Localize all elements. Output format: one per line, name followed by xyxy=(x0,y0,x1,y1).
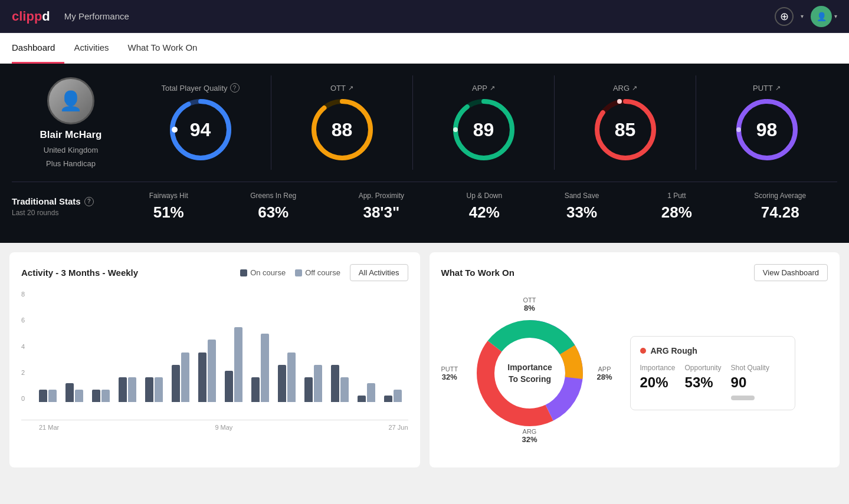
bar-group xyxy=(119,377,143,402)
ott-card: OTT ↗ 88 xyxy=(271,75,412,170)
bar-group xyxy=(384,390,408,402)
bar-on-course xyxy=(358,396,366,402)
player-row: 👤 Blair McHarg United Kingdom Plus Handi… xyxy=(12,75,837,170)
legend-dot xyxy=(240,269,247,276)
app-trend-icon: ↗ xyxy=(490,84,495,92)
stat-val: 38'3" xyxy=(359,203,404,222)
add-chevron: ▾ xyxy=(801,13,804,19)
tab-dashboard[interactable]: Dashboard xyxy=(12,33,64,64)
info-stat-val: 53% xyxy=(685,374,722,391)
y-label: 2 xyxy=(21,369,25,376)
bar-on-course xyxy=(225,371,233,402)
avatar-chevron: ▾ xyxy=(834,13,837,19)
bar-group xyxy=(304,365,329,402)
bar-on-course xyxy=(251,377,260,402)
add-button[interactable]: ⊕ xyxy=(775,7,794,26)
stat-item: App. Proximity38'3" xyxy=(359,192,404,222)
bar-off-course xyxy=(155,377,163,402)
tab-activities[interactable]: Activities xyxy=(64,33,118,64)
stat-item: 1 Putt28% xyxy=(661,192,692,222)
stat-item: Greens In Reg63% xyxy=(250,192,296,222)
traditional-stats: Traditional Stats ? Last 20 rounds Fairw… xyxy=(12,182,837,231)
header: clippd My Performance ⊕ ▾ 👤 ▾ xyxy=(0,0,849,33)
bar-group xyxy=(358,383,382,402)
info-stat: Importance20% xyxy=(640,364,676,400)
all-activities-button[interactable]: All Activities xyxy=(350,264,408,281)
ott-segment-label: OTT 8% xyxy=(523,297,536,312)
info-card-dot xyxy=(640,348,646,354)
dark-section: 👤 Blair McHarg United Kingdom Plus Handi… xyxy=(0,64,849,243)
x-label: 27 Jun xyxy=(388,424,408,431)
stat-item: Up & Down42% xyxy=(467,192,503,222)
arg-score: 85 xyxy=(593,97,658,162)
y-label: 6 xyxy=(21,317,25,324)
bar-on-course xyxy=(119,377,127,402)
putt-card: PUTT ↗ 98 xyxy=(696,75,837,170)
svg-point-18 xyxy=(500,344,559,403)
stat-val: 33% xyxy=(565,203,599,222)
bar-off-course xyxy=(314,365,322,402)
quality-bar xyxy=(731,396,755,400)
avatar: 👤 xyxy=(811,6,832,27)
svg-text:Importance: Importance xyxy=(507,363,552,372)
info-stat: Opportunity53% xyxy=(685,364,722,400)
info-stat-label: Importance xyxy=(640,364,676,372)
bar-group xyxy=(251,334,276,402)
legend-item: On course xyxy=(240,268,286,277)
info-stat-label: Opportunity xyxy=(685,364,722,372)
bar-off-course xyxy=(208,340,216,402)
stat-val: 74.28 xyxy=(754,203,806,222)
ott-score: 88 xyxy=(310,97,375,162)
bar-on-course xyxy=(172,365,180,402)
app-label: APP ↗ xyxy=(472,84,495,93)
bar-group xyxy=(172,353,196,402)
legend-item: Off course xyxy=(295,268,340,277)
total-quality-label: Total Player Quality ? xyxy=(162,83,240,93)
info-stats: Importance20%Opportunity53%Shot Quality9… xyxy=(640,364,785,400)
bar-off-course xyxy=(181,353,189,402)
player-handicap: Plus Handicap xyxy=(46,159,96,168)
putt-score: 98 xyxy=(735,97,799,162)
stat-val: 63% xyxy=(250,203,296,222)
x-labels: 21 Mar9 May27 Jun xyxy=(21,424,408,431)
y-label: 4 xyxy=(21,343,25,350)
y-label: 0 xyxy=(21,395,25,402)
y-label: 8 xyxy=(21,291,25,298)
what-to-work-on-panel: What To Work On View Dashboard Importanc xyxy=(430,252,840,467)
stat-items: Fairways Hit51%Greens In Reg63%App. Prox… xyxy=(118,192,837,222)
bar-on-course xyxy=(331,365,339,402)
header-title: My Performance xyxy=(64,11,775,21)
tab-what-to-work-on[interactable]: What To Work On xyxy=(119,33,207,64)
arg-segment-label: ARG 32% xyxy=(522,428,537,444)
bar-off-course xyxy=(261,334,269,402)
wtwo-content: Importance To Scoring OTT 8% APP 28% ARG… xyxy=(441,291,828,456)
legend-dot xyxy=(295,269,302,276)
stat-val: 51% xyxy=(149,203,188,222)
info-stat: Shot Quality90 xyxy=(731,364,769,400)
avatar-button[interactable]: 👤 ▾ xyxy=(811,6,837,27)
bar-group xyxy=(39,390,63,402)
arg-num: 85 xyxy=(615,118,636,140)
header-actions: ⊕ ▾ 👤 ▾ xyxy=(775,6,837,27)
wtwo-panel-title: What To Work On xyxy=(441,268,514,278)
bar-group xyxy=(198,340,222,402)
stat-item: Scoring Average74.28 xyxy=(754,192,806,222)
putt-trend-icon: ↗ xyxy=(775,84,781,92)
bar-off-course xyxy=(340,377,349,402)
stat-name: Up & Down xyxy=(467,192,503,200)
stat-name: Scoring Average xyxy=(754,192,806,200)
player-avatar: 👤 xyxy=(47,77,94,124)
x-label: 21 Mar xyxy=(39,424,59,431)
trad-subtitle: Last 20 rounds xyxy=(12,209,106,217)
scores-row: Total Player Quality ? 94 OTT ↗ xyxy=(130,75,837,170)
trad-label: Traditional Stats ? Last 20 rounds xyxy=(12,196,106,217)
ott-num: 88 xyxy=(332,118,353,140)
player-name: Blair McHarg xyxy=(40,129,102,141)
total-quality-help-icon[interactable]: ? xyxy=(230,83,240,93)
trad-help-icon[interactable]: ? xyxy=(84,197,94,206)
bar-off-course xyxy=(48,390,57,402)
bar-off-course xyxy=(394,390,402,402)
app-num: 89 xyxy=(473,118,494,140)
y-labels: 02468 xyxy=(21,291,25,402)
view-dashboard-button[interactable]: View Dashboard xyxy=(754,264,828,281)
